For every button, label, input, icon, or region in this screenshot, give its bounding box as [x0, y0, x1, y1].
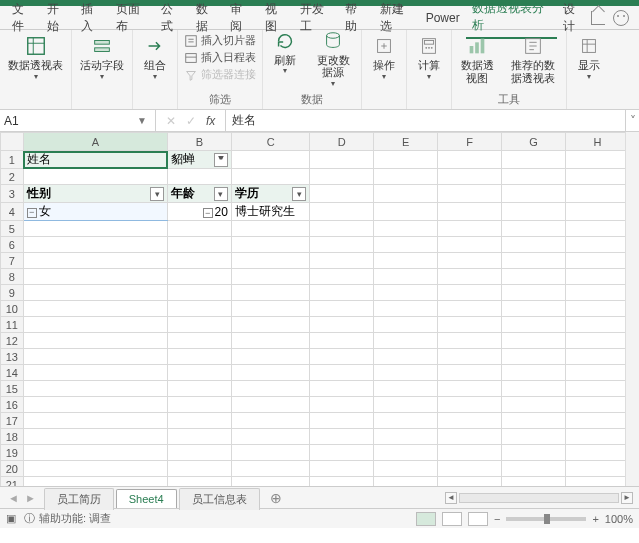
cell[interactable] — [168, 317, 232, 333]
cell[interactable] — [23, 365, 167, 381]
cell[interactable] — [23, 269, 167, 285]
cell[interactable] — [231, 381, 309, 397]
pivot-chart-button[interactable]: 数据透视图 — [456, 33, 498, 86]
cell[interactable] — [566, 445, 626, 461]
cell[interactable] — [231, 269, 309, 285]
cell[interactable] — [310, 445, 374, 461]
cell[interactable] — [168, 477, 232, 487]
cell[interactable] — [566, 221, 626, 237]
cell[interactable] — [566, 461, 626, 477]
row-header[interactable]: 2 — [1, 169, 24, 185]
group-button[interactable]: 组合 — [137, 33, 173, 83]
cell[interactable] — [23, 445, 167, 461]
cell[interactable] — [502, 269, 566, 285]
cell[interactable] — [374, 169, 438, 185]
menu-power[interactable]: Power — [420, 8, 466, 28]
cell[interactable] — [310, 365, 374, 381]
cell[interactable] — [168, 269, 232, 285]
cell[interactable] — [566, 413, 626, 429]
cell[interactable] — [310, 413, 374, 429]
cell[interactable]: 年龄▾ — [168, 185, 232, 203]
cell[interactable] — [502, 349, 566, 365]
col-header[interactable]: B — [168, 133, 232, 151]
cell[interactable] — [438, 397, 502, 413]
cell[interactable] — [374, 285, 438, 301]
cell[interactable] — [310, 237, 374, 253]
sheet-tab[interactable]: 员工信息表 — [179, 488, 260, 510]
cell[interactable] — [168, 253, 232, 269]
cell[interactable]: 貂蝉 — [168, 151, 232, 169]
row-header[interactable]: 12 — [1, 333, 24, 349]
field-dropdown-icon[interactable]: ▾ — [214, 187, 228, 201]
cell[interactable] — [438, 151, 502, 169]
column-headers[interactable]: A B C D E F G H — [1, 133, 626, 151]
cell[interactable] — [438, 237, 502, 253]
col-header[interactable]: G — [502, 133, 566, 151]
cell[interactable] — [438, 365, 502, 381]
cell[interactable] — [310, 301, 374, 317]
cell[interactable] — [438, 413, 502, 429]
cell[interactable] — [502, 397, 566, 413]
pivot-table-button[interactable]: 数据透视表 — [4, 33, 67, 83]
cell[interactable] — [566, 203, 626, 221]
cell[interactable] — [23, 221, 167, 237]
cell[interactable] — [374, 461, 438, 477]
cell[interactable] — [168, 301, 232, 317]
fx-icon[interactable]: fx — [206, 114, 215, 128]
cell[interactable] — [231, 445, 309, 461]
cell[interactable] — [502, 185, 566, 203]
row-header[interactable]: 19 — [1, 445, 24, 461]
row-header[interactable]: 16 — [1, 397, 24, 413]
cell[interactable] — [168, 381, 232, 397]
cell[interactable] — [310, 461, 374, 477]
row-header[interactable]: 7 — [1, 253, 24, 269]
cell[interactable] — [310, 429, 374, 445]
cell[interactable] — [374, 429, 438, 445]
cell[interactable] — [438, 253, 502, 269]
cell[interactable] — [438, 185, 502, 203]
cell[interactable] — [566, 317, 626, 333]
hscroll-right-icon[interactable]: ► — [621, 492, 633, 504]
actions-button[interactable]: 操作 — [366, 33, 402, 83]
cell[interactable] — [438, 477, 502, 487]
insert-timeline-button[interactable]: 插入日程表 — [182, 50, 258, 65]
show-button[interactable]: 显示 — [571, 33, 607, 83]
cell[interactable] — [566, 285, 626, 301]
cell[interactable] — [502, 477, 566, 487]
record-macro-icon[interactable]: ▣ — [6, 512, 16, 525]
cell[interactable] — [566, 151, 626, 169]
cell[interactable] — [168, 429, 232, 445]
cell[interactable] — [231, 237, 309, 253]
cell[interactable] — [168, 169, 232, 185]
cell[interactable] — [231, 253, 309, 269]
row-header[interactable]: 6 — [1, 237, 24, 253]
name-box[interactable]: A1 ▼ — [0, 110, 156, 131]
cell[interactable] — [23, 301, 167, 317]
cell[interactable] — [374, 221, 438, 237]
cell[interactable] — [374, 237, 438, 253]
cell[interactable] — [310, 317, 374, 333]
cell[interactable] — [438, 285, 502, 301]
cell[interactable] — [231, 365, 309, 381]
cell[interactable] — [438, 333, 502, 349]
field-dropdown-icon[interactable]: ▾ — [292, 187, 306, 201]
cell[interactable] — [310, 185, 374, 203]
cell[interactable] — [566, 397, 626, 413]
cell[interactable] — [168, 237, 232, 253]
cell[interactable] — [502, 333, 566, 349]
cell[interactable] — [502, 461, 566, 477]
cell[interactable] — [168, 397, 232, 413]
cell[interactable] — [502, 381, 566, 397]
row-header[interactable]: 14 — [1, 365, 24, 381]
cell[interactable]: 博士研究生 — [231, 203, 309, 221]
cell[interactable] — [502, 445, 566, 461]
tab-nav-prev-icon[interactable]: ◄ — [8, 492, 19, 504]
cell[interactable] — [168, 333, 232, 349]
cell[interactable] — [438, 461, 502, 477]
col-header[interactable]: F — [438, 133, 502, 151]
calculations-button[interactable]: 计算 — [411, 33, 447, 83]
cell[interactable] — [502, 151, 566, 169]
cell[interactable] — [502, 285, 566, 301]
cell[interactable] — [310, 151, 374, 169]
cell[interactable] — [23, 333, 167, 349]
